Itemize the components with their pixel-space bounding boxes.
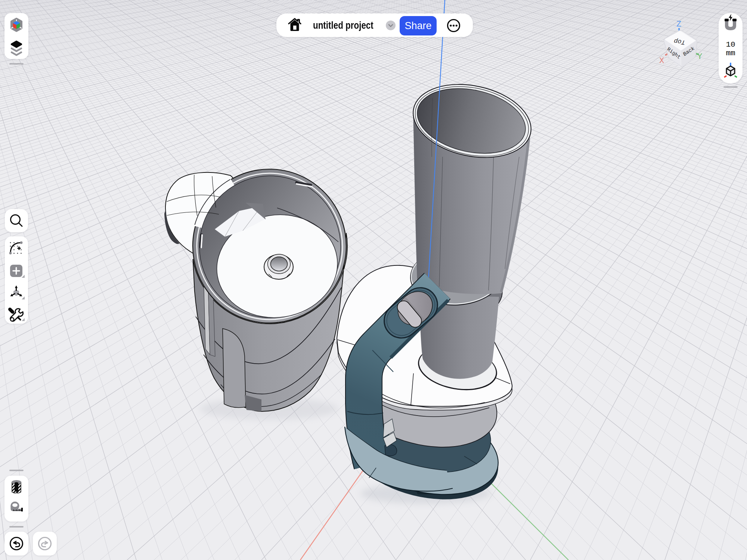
svg-text:mm: mm	[726, 49, 735, 57]
svg-text:Z: Z	[676, 20, 681, 29]
svg-text:10: 10	[726, 40, 735, 49]
svg-text:X: X	[659, 56, 664, 66]
